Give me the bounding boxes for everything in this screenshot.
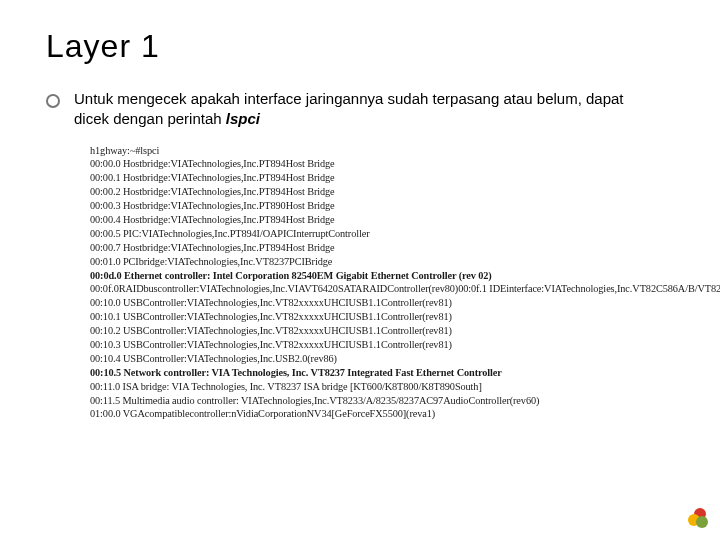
bullet-dot-icon [46,94,60,108]
terminal-line: h1ghway:~#lspci [90,144,655,158]
terminal-line: 00:0f.0RAIDbuscontroller:VIATechnologies… [90,282,655,296]
terminal-line: 00:00.1 Hostbridge:VIATechnologies,Inc.P… [90,171,655,185]
bullet-text: Untuk mengecek apakah interface jaringan… [74,89,640,130]
terminal-line: 00:10.3 USBController:VIATechnologies,In… [90,338,655,352]
terminal-line: 00:00.2 Hostbridge:VIATechnologies,Inc.P… [90,185,655,199]
terminal-line: 00:11.5 Multimedia audio controller: VIA… [90,394,655,408]
terminal-line: 00:00.4 Hostbridge:VIATechnologies,Inc.P… [90,213,655,227]
terminal-line: 00:00.0 Hostbridge:VIATechnologies,Inc.P… [90,157,655,171]
terminal-output: h1ghway:~#lspci00:00.0 Hostbridge:VIATec… [90,144,655,422]
terminal-line: 01:00.0 VGAcompatiblecontroller:nVidiaCo… [90,407,655,421]
terminal-line: 00:10.5 Network controller: VIA Technolo… [90,366,655,380]
terminal-line: 00:10.4 USBController:VIATechnologies,In… [90,352,655,366]
terminal-line: 00:10.1 USBController:VIATechnologies,In… [90,310,655,324]
terminal-line: 00:10.0 USBController:VIATechnologies,In… [90,296,655,310]
terminal-line: 00:01.0 PCIbridge:VIATechnologies,Inc.VT… [90,255,655,269]
bullet-item: Untuk mengecek apakah interface jaringan… [46,89,680,130]
terminal-line: 00:00.5 PIC:VIATechnologies,Inc.PT894I/O… [90,227,655,241]
slide-title: Layer 1 [46,28,680,65]
corner-accent-icon [688,508,706,526]
terminal-line: 00:10.2 USBController:VIATechnologies,In… [90,324,655,338]
terminal-line: 00:00.7 Hostbridge:VIATechnologies,Inc.P… [90,241,655,255]
terminal-line: 00:00.3 Hostbridge:VIATechnologies,Inc.P… [90,199,655,213]
terminal-line: 00:11.0 ISA bridge: VIA Technologies, In… [90,380,655,394]
terminal-line: 00:0d.0 Ethernet controller: Intel Corpo… [90,269,655,283]
